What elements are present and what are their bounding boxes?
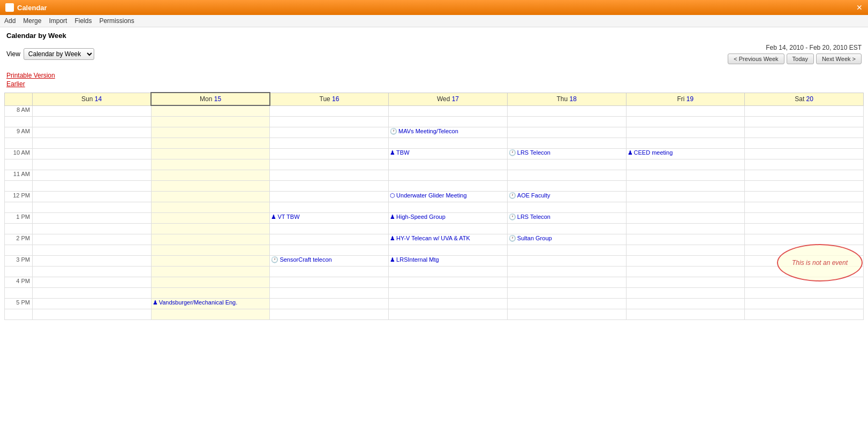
- wed-date-link[interactable]: 17: [452, 95, 459, 103]
- calendar-cell[interactable]: [33, 159, 152, 170]
- calendar-cell[interactable]: [33, 138, 152, 148]
- calendar-cell[interactable]: [33, 148, 152, 159]
- calendar-cell[interactable]: [745, 127, 864, 138]
- menu-merge[interactable]: Merge: [23, 17, 41, 25]
- calendar-cell[interactable]: [270, 148, 389, 159]
- calendar-cell[interactable]: [626, 170, 745, 180]
- calendar-cell[interactable]: [151, 266, 270, 277]
- event-link[interactable]: ♟HY-V Telecan w/ UVA & ATK: [390, 235, 506, 242]
- calendar-cell[interactable]: [33, 309, 152, 319]
- calendar-cell[interactable]: [33, 127, 152, 138]
- menu-fields[interactable]: Fields: [74, 17, 92, 25]
- calendar-cell[interactable]: [745, 298, 864, 309]
- calendar-cell[interactable]: [745, 255, 864, 266]
- calendar-cell[interactable]: [33, 116, 152, 127]
- calendar-cell[interactable]: [270, 277, 389, 287]
- calendar-cell[interactable]: [151, 277, 270, 287]
- calendar-cell[interactable]: [389, 202, 508, 212]
- menu-permissions[interactable]: Permissions: [99, 17, 134, 25]
- calendar-cell[interactable]: [389, 287, 508, 298]
- calendar-cell[interactable]: [745, 245, 864, 255]
- mon-date-link[interactable]: 15: [214, 95, 221, 103]
- calendar-cell[interactable]: [626, 180, 745, 191]
- calendar-cell[interactable]: [33, 277, 152, 287]
- calendar-cell[interactable]: [151, 127, 270, 138]
- calendar-cell[interactable]: [626, 105, 745, 116]
- calendar-cell[interactable]: [745, 309, 864, 319]
- calendar-cell[interactable]: [507, 277, 626, 287]
- calendar-cell[interactable]: [151, 309, 270, 319]
- calendar-cell[interactable]: [745, 277, 864, 287]
- calendar-cell[interactable]: [151, 191, 270, 202]
- calendar-cell[interactable]: [389, 223, 508, 234]
- calendar-cell[interactable]: ♟High-Speed Group: [389, 212, 508, 223]
- calendar-cell[interactable]: [626, 127, 745, 138]
- calendar-cell[interactable]: [151, 148, 270, 159]
- calendar-cell[interactable]: [626, 212, 745, 223]
- calendar-cell[interactable]: 🕐Sultan Group: [507, 234, 626, 245]
- calendar-cell[interactable]: [745, 170, 864, 180]
- calendar-cell[interactable]: [389, 277, 508, 287]
- calendar-cell[interactable]: [151, 245, 270, 255]
- calendar-cell[interactable]: 🕐LRS Telecon: [507, 148, 626, 159]
- calendar-cell[interactable]: [33, 202, 152, 212]
- calendar-cell[interactable]: [389, 266, 508, 277]
- calendar-cell[interactable]: [270, 245, 389, 255]
- calendar-cell[interactable]: [626, 245, 745, 255]
- calendar-cell[interactable]: [626, 309, 745, 319]
- calendar-cell[interactable]: [270, 223, 389, 234]
- calendar-cell[interactable]: [626, 287, 745, 298]
- calendar-cell[interactable]: [507, 105, 626, 116]
- calendar-cell[interactable]: [151, 287, 270, 298]
- calendar-cell[interactable]: [745, 266, 864, 277]
- calendar-cell[interactable]: [389, 159, 508, 170]
- calendar-cell[interactable]: [745, 180, 864, 191]
- calendar-cell[interactable]: [745, 212, 864, 223]
- calendar-cell[interactable]: [270, 170, 389, 180]
- sat-date-link[interactable]: 20: [806, 95, 813, 103]
- calendar-cell[interactable]: [151, 170, 270, 180]
- calendar-cell[interactable]: [745, 138, 864, 148]
- calendar-cell[interactable]: [507, 287, 626, 298]
- calendar-cell[interactable]: [270, 127, 389, 138]
- calendar-cell[interactable]: [151, 180, 270, 191]
- calendar-cell[interactable]: [626, 234, 745, 245]
- today-button[interactable]: Today: [787, 54, 814, 64]
- calendar-cell[interactable]: [151, 212, 270, 223]
- calendar-cell[interactable]: [507, 138, 626, 148]
- calendar-cell[interactable]: [745, 202, 864, 212]
- calendar-cell[interactable]: [33, 170, 152, 180]
- calendar-cell[interactable]: [745, 223, 864, 234]
- calendar-cell[interactable]: [507, 309, 626, 319]
- calendar-cell[interactable]: [270, 234, 389, 245]
- calendar-cell[interactable]: [151, 234, 270, 245]
- calendar-cell[interactable]: [507, 127, 626, 138]
- calendar-cell[interactable]: [270, 116, 389, 127]
- calendar-cell[interactable]: [151, 116, 270, 127]
- event-link[interactable]: ♟High-Speed Group: [390, 214, 506, 220]
- event-link[interactable]: ♟CEED meeting: [628, 149, 744, 156]
- printable-version-link[interactable]: Printable Version: [6, 72, 862, 79]
- calendar-cell[interactable]: [270, 159, 389, 170]
- calendar-cell[interactable]: [270, 138, 389, 148]
- calendar-cell[interactable]: [507, 298, 626, 309]
- calendar-cell[interactable]: [389, 309, 508, 319]
- event-link[interactable]: 🕐LRS Telecon: [509, 214, 625, 220]
- calendar-cell[interactable]: [33, 223, 152, 234]
- calendar-cell[interactable]: [507, 223, 626, 234]
- calendar-cell[interactable]: [270, 266, 389, 277]
- calendar-cell[interactable]: [745, 148, 864, 159]
- calendar-cell[interactable]: [626, 191, 745, 202]
- calendar-cell[interactable]: [33, 287, 152, 298]
- sun-date-link[interactable]: 14: [95, 95, 102, 103]
- view-select[interactable]: Calendar by Week Calendar by Day Calenda…: [24, 48, 94, 60]
- calendar-cell[interactable]: [626, 266, 745, 277]
- calendar-cell[interactable]: [507, 170, 626, 180]
- calendar-cell[interactable]: [626, 255, 745, 266]
- calendar-cell[interactable]: 🕐SensorCraft telecon: [270, 255, 389, 266]
- menu-import[interactable]: Import: [49, 17, 67, 25]
- calendar-cell[interactable]: [745, 234, 864, 245]
- calendar-cell[interactable]: [626, 298, 745, 309]
- calendar-cell[interactable]: [507, 266, 626, 277]
- calendar-cell[interactable]: ⬡Underwater Glider Meeting: [389, 191, 508, 202]
